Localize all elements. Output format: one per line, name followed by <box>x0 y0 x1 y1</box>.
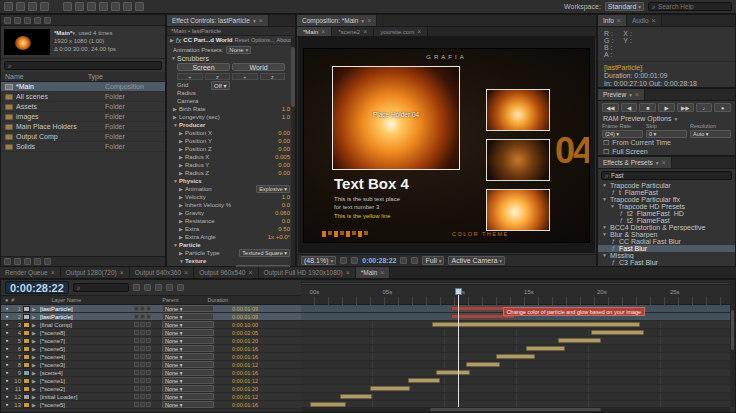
text-tool-icon[interactable] <box>123 2 132 11</box>
property-value[interactable]: 0.00 <box>278 138 290 144</box>
layer-switches[interactable] <box>134 338 160 343</box>
zoom-tool-icon[interactable] <box>40 2 49 11</box>
effects-preset-item[interactable]: ƒCC Radial Fast Blur <box>598 238 735 245</box>
parent-dropdown[interactable]: None ▾ <box>162 345 214 352</box>
comp-mini-flowchart-icon[interactable] <box>133 284 140 291</box>
property-value[interactable]: 0.00 <box>278 130 290 136</box>
project-search[interactable]: ⌕ <box>4 61 162 70</box>
layer-duration-bar[interactable] <box>496 354 535 359</box>
timeline-graph[interactable]: 00s05s10s15s20s25s Change color of parti… <box>301 280 730 407</box>
project-item[interactable]: Output CompFolder <box>1 132 165 142</box>
selection-tool-icon[interactable] <box>16 2 25 11</box>
parent-dropdown[interactable]: None ▾ <box>162 369 214 376</box>
playhead[interactable] <box>458 288 459 407</box>
parent-dropdown[interactable]: None ▾ <box>162 361 214 368</box>
layer-switches[interactable] <box>134 314 160 319</box>
viewer-timecode[interactable]: 0:00:28:22 <box>362 257 396 264</box>
scrubber-world-button[interactable]: World <box>232 63 285 71</box>
twirl-icon[interactable]: ▼ <box>602 196 608 203</box>
layer-color-chip[interactable] <box>23 322 30 328</box>
delete-icon[interactable] <box>44 258 51 265</box>
scrubber-row[interactable]: Radius <box>167 89 295 97</box>
visibility-eye-icon[interactable]: ● <box>3 330 11 335</box>
visibility-eye-icon[interactable]: ● <box>3 394 11 399</box>
parent-dropdown[interactable]: None ▾ <box>162 329 214 336</box>
info-panel-tab[interactable]: Audio × <box>627 15 662 26</box>
timeline-layer-row[interactable]: ●9▶[scene4]None ▾0:00:01:16 <box>1 369 301 377</box>
view-dropdown[interactable]: Active Camera ▾ <box>448 256 505 265</box>
layer-switches[interactable] <box>134 354 160 359</box>
project-item[interactable]: Main Place HoldersFolder <box>1 122 165 132</box>
property-value[interactable]: 0.005 <box>275 154 290 160</box>
property-dropdown[interactable]: Textured Square ▾ <box>239 249 290 257</box>
effects-presets-tab[interactable]: Effects & Presets▾× <box>598 157 672 168</box>
effects-preset-item[interactable]: ƒt_FlameFast <box>598 189 735 196</box>
twirl-icon[interactable]: ▶ <box>32 306 38 312</box>
effects-preset-item[interactable]: ▼Missing <box>598 252 735 259</box>
first-frame-button[interactable]: ◀◀ <box>602 103 619 112</box>
close-icon[interactable]: × <box>120 269 124 276</box>
layer-duration-bar[interactable] <box>526 346 565 351</box>
timeline-layer-row[interactable]: ●11▶[*scene2]None ▾0:00:01:20 <box>1 385 301 393</box>
effects-preset-item[interactable]: ▼Trapcode Particular ffx <box>598 196 735 203</box>
effect-property-row[interactable]: ▶Particle TypeTextured Square ▾ <box>167 249 295 257</box>
stop-button[interactable]: ■ <box>639 103 656 112</box>
close-icon[interactable]: × <box>184 269 188 276</box>
layer-duration-bar[interactable] <box>340 394 372 399</box>
scrollbar[interactable] <box>291 37 295 266</box>
property-value[interactable]: 1.0 <box>282 194 290 200</box>
comp-viewer-tab[interactable]: *scene2 × <box>332 27 374 36</box>
chevron-down-icon[interactable]: ▾ <box>629 92 632 98</box>
layer-duration-bar[interactable] <box>558 338 601 343</box>
visibility-eye-icon[interactable]: ● <box>3 306 11 311</box>
twirl-icon[interactable]: ▶ <box>32 322 38 328</box>
parent-dropdown[interactable]: None ▾ <box>162 401 214 408</box>
twirl-icon[interactable]: ▶ <box>32 402 38 408</box>
effect-property-row[interactable]: ▶Radius Y0.00 <box>167 161 295 169</box>
timeline-layer-row[interactable]: ●8▶[*scene3]None ▾0:00:01:12 <box>1 361 301 369</box>
effect-property-row[interactable]: ▶Radius Z0.00 <box>167 169 295 177</box>
layer-switches[interactable] <box>134 330 160 335</box>
effects-preset-item[interactable]: ▼Blur & Sharpen <box>598 231 735 238</box>
frame-blending-icon[interactable] <box>166 284 173 291</box>
layer-color-chip[interactable] <box>23 314 30 320</box>
effect-property-row[interactable]: ▶Radius X0.005 <box>167 153 295 161</box>
layer-switches[interactable] <box>134 394 160 399</box>
layer-switches[interactable] <box>134 322 160 327</box>
layer-switches[interactable] <box>134 370 160 375</box>
new-folder-icon[interactable] <box>14 258 21 265</box>
hide-shy-layers-icon[interactable] <box>155 284 162 291</box>
layer-switches[interactable] <box>134 378 160 383</box>
effects-search[interactable]: ⌕ <box>601 171 732 180</box>
timeline-layer-row[interactable]: ●5▶[*scene7]None ▾0:00:01:20 <box>1 337 301 345</box>
property-dropdown[interactable]: Explosive ▾ <box>256 185 290 193</box>
timeline-timecode[interactable]: 0:00:28:22 <box>5 281 69 294</box>
effect-property-row[interactable]: ▼Particle <box>167 241 295 249</box>
visibility-eye-icon[interactable]: ● <box>3 370 11 375</box>
motion-blur-icon[interactable] <box>177 284 184 291</box>
effects-preset-item[interactable]: ▼Trapcode Particular <box>598 182 735 189</box>
footage-icon[interactable] <box>24 17 31 24</box>
visibility-eye-icon[interactable]: ● <box>3 402 11 407</box>
mask-tool-icon[interactable] <box>99 2 108 11</box>
layer-color-chip[interactable] <box>23 386 30 392</box>
twirl-icon[interactable]: ▼ <box>602 224 608 231</box>
vertical-scrollbar[interactable] <box>730 280 735 407</box>
twirl-icon[interactable]: ▶ <box>32 330 38 336</box>
effect-property-row[interactable]: ▶Resistance0.0 <box>167 217 295 225</box>
layer-switches[interactable] <box>134 362 160 367</box>
effect-property-row[interactable]: ▶Gravity0.060 <box>167 209 295 217</box>
scrubber-dropdown[interactable]: Off ▾ <box>211 81 230 90</box>
visibility-eye-icon[interactable]: ● <box>3 314 11 319</box>
layer-color-chip[interactable] <box>23 330 30 336</box>
help-search-input[interactable] <box>658 3 728 10</box>
horizontal-scrollbar[interactable] <box>301 407 730 412</box>
effect-property-row[interactable]: ▶Position Z0.00 <box>167 145 295 153</box>
composition-panel-tab[interactable]: Composition: *Main▾× <box>297 15 377 26</box>
timeline-layer-row[interactable]: ●1▶[lastParticle]None ▾0:00:01:09 <box>1 305 301 313</box>
close-icon[interactable]: × <box>259 17 263 24</box>
previous-frame-button[interactable]: ◀ <box>621 103 638 112</box>
layer-switches[interactable] <box>134 306 160 311</box>
column-type[interactable]: Type <box>88 72 103 81</box>
close-icon[interactable]: × <box>617 17 621 24</box>
